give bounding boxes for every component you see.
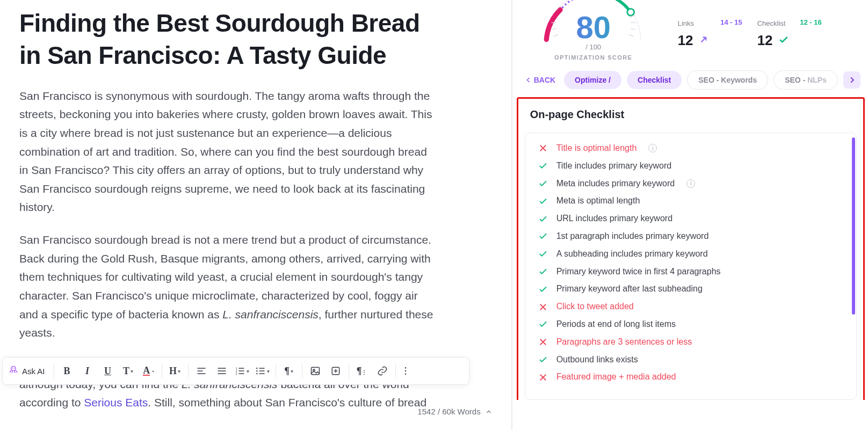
checklist-item[interactable]: Paragraphs are 3 sentences or less [525,333,856,351]
checklist-item[interactable]: Periods at end of long list items [525,316,856,333]
word-count-label: 1542 / 60k Words [417,407,480,416]
chevron-left-icon [525,77,532,83]
check-icon [537,285,549,294]
svg-point-2 [14,368,15,369]
checklist-item-label: Click to tweet added [556,301,634,312]
paragraph-format-button[interactable]: ¶▾ [279,361,299,381]
svg-point-1 [12,368,13,369]
ask-ai-button[interactable]: Ask AI [7,365,50,378]
ordered-list-button[interactable]: 123▾ [233,361,252,381]
checklist-item-label: Periods at end of long list items [556,319,676,330]
checklist-item-label: Featured image + media added [556,371,676,383]
x-icon [537,302,549,312]
checklist-item[interactable]: Featured image + media added [525,368,856,386]
ai-octopus-icon [8,365,19,378]
toolbar-separator [162,363,162,378]
align-justify-button[interactable] [212,361,232,381]
checklist-item[interactable]: Meta includes primary keywordi [525,175,856,193]
svg-text:3: 3 [236,372,237,375]
bold-button[interactable]: B [57,361,77,381]
checklist-item-label: Meta is optimal length [556,195,640,207]
stats-group: Links 14 - 15 12 Checklist 12 - 16 12 [678,18,822,49]
paragraph-2-species: L. sanfranciscensis [222,308,319,320]
link-button[interactable] [373,361,392,381]
tabs-scroll-right-button[interactable] [843,71,860,89]
text-style-button[interactable]: T▾ [119,361,138,381]
check-icon [537,355,549,365]
italic-button[interactable]: I [78,361,97,381]
stat-links-range: 14 - 15 [720,18,742,26]
checklist-item[interactable]: Primary keyword after last subheading [525,280,856,298]
checklist-item[interactable]: Primary keyword twice in first 4 paragra… [525,263,856,281]
checklist-item[interactable]: A subheading includes primary keyword [525,245,856,263]
checklist-item[interactable]: URL includes primary keyword [525,210,856,228]
article-title[interactable]: Finding the Best Sourdough Bread in San … [19,8,428,72]
toolbar-separator [188,363,189,378]
editor-pane: Finding the Best Sourdough Bread in San … [0,0,512,430]
font-color-button[interactable]: A▪ [139,361,158,381]
score-denominator: / 100 [526,43,661,51]
stat-checklist: Checklist 12 - 16 12 [757,18,822,49]
checklist-item-label: Meta includes primary keyword [556,178,675,190]
heading-button[interactable]: H▾ [165,361,185,381]
svg-point-0 [11,366,16,370]
tab-row: BACK Optimize / Checklist SEO - Keywords… [512,70,868,97]
align-left-button[interactable] [192,361,211,381]
checklist-item[interactable]: Click to tweet added [525,298,856,316]
checklist-item[interactable]: Title includes primary keyword [525,157,856,175]
tab-seo-nlps[interactable]: SEO - NLPs [773,70,838,90]
checklist-item[interactable]: Outbound links exists [525,351,856,369]
checklist-item-label: Title is optimal length [556,143,637,154]
more-toolbar-button[interactable] [399,361,412,381]
svg-point-6 [256,368,258,369]
word-count[interactable]: 1542 / 60k Words [417,407,492,416]
chevron-right-icon [848,76,856,84]
check-icon [537,249,549,259]
score-label: OPTIMIZATION SCORE [526,54,661,61]
image-button[interactable] [306,361,325,381]
checklist-item-label: A subheading includes primary keyword [556,249,708,260]
checklist-item[interactable]: 1st paragraph includes primary keyword [525,228,856,245]
toolbar-separator [276,363,276,378]
tab-seo-nlp-prefix: SEO - [785,76,807,84]
checklist-scrollbar[interactable] [852,137,855,315]
back-button[interactable]: BACK [522,71,559,89]
checklist-item-label: Primary keyword twice in first 4 paragra… [556,266,721,278]
svg-point-15 [627,9,634,16]
checklist-item[interactable]: Title is optimal lengthi [525,140,856,157]
bullet-list-button[interactable]: ▾ [253,361,272,381]
x-icon [537,373,549,382]
toolbar-separator [349,363,349,378]
check-icon [537,179,549,188]
tab-seo-keywords[interactable]: SEO - Keywords [687,70,768,90]
seo-side-panel: 80 / 100 OPTIMIZATION SCORE Links 14 - 1… [512,0,868,430]
stat-checklist-value: 12 [757,32,773,49]
back-label: BACK [534,76,555,84]
checklist-item-label: URL includes primary keyword [556,213,672,224]
checklist-item[interactable]: Meta is optimal length [525,192,856,210]
pilcrow-button[interactable]: ¶⋮ [352,361,372,381]
trend-up-icon [699,35,708,47]
paragraph-2-text-a: San Francisco sourdough bread is not a m… [19,234,431,320]
underline-button[interactable]: U [98,361,118,381]
paragraph-1[interactable]: San Francisco is synonymous with sourdou… [19,87,438,217]
svg-point-7 [256,370,258,372]
tab-checklist[interactable]: Checklist [627,71,682,89]
serious-eats-link[interactable]: Serious Eats [84,396,148,409]
ask-ai-label: Ask AI [22,367,45,376]
tab-optimize[interactable]: Optimize / [564,71,621,89]
editor-toolbar: Ask AI B I U T▾ A▪ H▾ 123▾ ▾ ¶▾ ¶⋮ [2,357,469,385]
side-divider [511,0,512,430]
checklist-card: Title is optimal lengthiTitle includes p… [525,133,857,400]
checklist-item-label: Primary keyword after last subheading [556,283,703,295]
info-icon[interactable]: i [648,144,657,152]
stat-checklist-range: 12 - 16 [800,18,821,26]
onpage-checklist-panel: On-page Checklist Title is optimal lengt… [517,97,865,400]
insert-block-button[interactable] [326,361,345,381]
svg-point-12 [404,367,406,369]
info-icon[interactable]: i [686,179,695,188]
toolbar-separator [302,363,302,378]
paragraph-2[interactable]: San Francisco sourdough bread is not a m… [19,231,438,342]
check-icon [537,196,549,206]
tab-seo-nlp-suffix: NLPs [807,76,827,84]
